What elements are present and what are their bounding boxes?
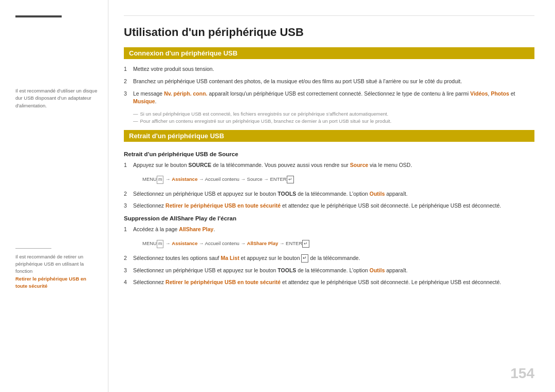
step-num [124, 174, 133, 186]
highlight-nv-periph: Nv. périph. conn. [164, 90, 207, 97]
menu-assistance2: Assistance [172, 240, 197, 246]
sub2-step1: 1 Accédez à la page AllShare Play. [124, 226, 534, 234]
sub1-menu: MENUm → Assistance → Accueil contenu → S… [124, 174, 534, 186]
section1-steps: 1 Mettez votre produit sous tension. 2 B… [124, 65, 534, 106]
link-source: Source [350, 162, 368, 168]
step-content: Mettez votre produit sous tension. [133, 65, 534, 73]
sub1-step2: 2 Sélectionnez un périphérique USB et ap… [124, 190, 534, 198]
section-connexion: Connexion d'un périphérique USB 1 Mettez… [124, 47, 534, 124]
link-outils: Outils [369, 191, 385, 197]
menu-box: m [157, 176, 164, 184]
step-content: Appuyez sur le bouton SOURCE de la téléc… [133, 161, 534, 170]
subsection2-title: Suppression de AllShare Play de l'écran [124, 215, 534, 221]
enter-icon2: ↵ [302, 240, 309, 248]
subsection2: Suppression de AllShare Play de l'écran … [124, 215, 534, 287]
menu-path2: MENUm → Assistance → Accueil contenu → A… [142, 240, 309, 248]
highlight-videos: Vidéos [470, 90, 488, 97]
section1-header: Connexion d'un périphérique USB [124, 47, 534, 59]
step-1-1: 1 Mettez votre produit sous tension. [124, 65, 534, 73]
step-1-2: 2 Branchez un périphérique USB contenant… [124, 78, 534, 86]
step-content: Accédez à la page AllShare Play. [133, 226, 534, 234]
step-content: Branchez un périphérique USB contenant d… [133, 78, 534, 86]
main-content: Utilisation d'un périphérique USB Connex… [108, 0, 555, 392]
link-retirer1: Retirer le périphérique USB en toute séc… [165, 202, 281, 209]
bold-tools: TOOLS [278, 191, 296, 197]
sub2-step3: 3 Sélectionnez un périphérique USB et ap… [124, 267, 534, 275]
subsection1: Retrait d'un périphérique USB de Source … [124, 151, 534, 210]
link-outils2: Outils [369, 267, 385, 273]
enter-icon3: ↵ [301, 254, 308, 263]
bold-source: SOURCE [188, 162, 211, 168]
sub2-step2: 2 Sélectionnez toutes les options sauf M… [124, 254, 534, 263]
sub2-menu: MENUm → Assistance → Accueil contenu → A… [124, 238, 534, 250]
top-divider [124, 15, 534, 16]
sidebar-note2-link: Retirer le périphérique USB en toute séc… [15, 276, 86, 289]
section2-header: Retrait d'un périphérique USB [124, 130, 534, 142]
step-num: 4 [124, 278, 133, 287]
subsection1-title: Retrait d'un périphérique USB de Source [124, 151, 534, 157]
step-num: 3 [124, 90, 133, 106]
link-retirer2: Retirer le périphérique USB en toute séc… [165, 279, 281, 285]
sidebar: Il est recommandé d'utiliser un disque d… [0, 0, 108, 392]
enter-icon: ↵ [287, 176, 294, 184]
step-1-3: 3 Le message Nv. périph. conn. apparaît … [124, 90, 534, 106]
link-malist: Ma List [220, 255, 239, 261]
step-num: 2 [124, 190, 133, 198]
menu-assistance: Assistance [172, 176, 197, 182]
step-num: 3 [124, 202, 133, 210]
bold-tools2: TOOLS [278, 267, 296, 273]
page-number: 154 [510, 365, 534, 382]
sub1-step1: 1 Appuyez sur le bouton SOURCE de la tél… [124, 161, 534, 170]
step-num [124, 238, 133, 250]
page: Il est recommandé d'utiliser un disque d… [0, 0, 555, 392]
step-content: Sélectionnez un périphérique USB et appu… [133, 267, 534, 275]
step-num: 1 [124, 226, 133, 234]
menu-box2: m [157, 240, 164, 248]
step-content: Sélectionnez Retirer le périphérique USB… [133, 278, 534, 287]
note2: Pour afficher un contenu enregistré sur … [133, 118, 534, 124]
step-content: Le message Nv. périph. conn. apparaît lo… [133, 90, 534, 106]
step-num: 2 [124, 78, 133, 86]
menu-allshare: AllShare Play [247, 240, 279, 246]
step-num: 2 [124, 254, 133, 263]
sidebar-note2: Il est recommandé de retirer un périphér… [15, 253, 98, 290]
step-content: Sélectionnez un périphérique USB et appu… [133, 190, 534, 198]
highlight-photos: Photos [491, 90, 509, 97]
step-content: Sélectionnez toutes les options sauf Ma … [133, 254, 534, 263]
sidebar-bar [15, 15, 62, 17]
sidebar-note2-text: Il est recommandé de retirer un périphér… [15, 254, 84, 274]
step-num: 1 [124, 65, 133, 73]
highlight-musique: Musique [133, 98, 155, 104]
menu-path1: MENUm → Assistance → Accueil contenu → S… [142, 176, 294, 184]
link-allshare: AllShare Play [179, 226, 213, 232]
page-title: Utilisation d'un périphérique USB [124, 26, 534, 39]
subsection1-steps: 1 Appuyez sur le bouton SOURCE de la tél… [124, 161, 534, 210]
section-retrait: Retrait d'un périphérique USB Retrait d'… [124, 130, 534, 287]
subsection2-steps: 1 Accédez à la page AllShare Play. MENUm… [124, 226, 534, 287]
step-num: 3 [124, 267, 133, 275]
step-content: Sélectionnez Retirer le périphérique USB… [133, 202, 534, 210]
sub2-step4: 4 Sélectionnez Retirer le périphérique U… [124, 278, 534, 287]
note1: Si un seul périphérique USB est connecté… [133, 111, 534, 117]
sub1-step3: 3 Sélectionnez Retirer le périphérique U… [124, 202, 534, 210]
step-num: 1 [124, 161, 133, 170]
sidebar-note1: Il est recommandé d'utiliser un disque d… [15, 87, 98, 109]
